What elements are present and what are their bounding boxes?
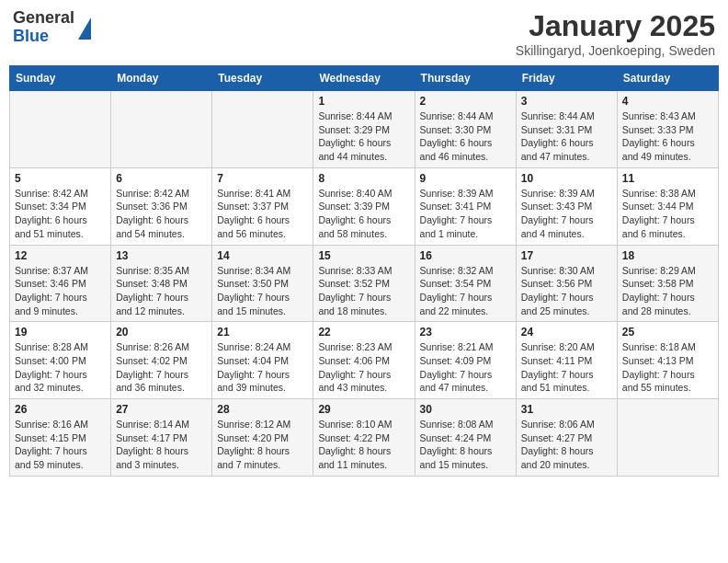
day-info: Sunrise: 8:26 AM Sunset: 4:02 PM Dayligh…: [116, 340, 207, 395]
day-number: 5: [15, 172, 106, 185]
day-number: 4: [622, 95, 713, 108]
calendar-cell: [212, 91, 313, 168]
calendar-cell: 4Sunrise: 8:43 AM Sunset: 3:33 PM Daylig…: [617, 91, 718, 168]
calendar-cell: [10, 91, 111, 168]
day-info: Sunrise: 8:24 AM Sunset: 4:04 PM Dayligh…: [217, 340, 308, 395]
weekday-header-thursday: Thursday: [415, 66, 516, 91]
calendar-week-2: 5Sunrise: 8:42 AM Sunset: 3:34 PM Daylig…: [10, 167, 719, 245]
weekday-header-sunday: Sunday: [10, 66, 111, 91]
calendar-cell: 25Sunrise: 8:18 AM Sunset: 4:13 PM Dayli…: [617, 322, 718, 399]
day-info: Sunrise: 8:42 AM Sunset: 3:34 PM Dayligh…: [15, 187, 106, 241]
day-number: 14: [217, 249, 308, 262]
calendar-cell: 16Sunrise: 8:32 AM Sunset: 3:54 PM Dayli…: [415, 245, 516, 322]
day-info: Sunrise: 8:37 AM Sunset: 3:46 PM Dayligh…: [15, 264, 106, 318]
day-number: 21: [217, 326, 308, 339]
calendar-table: SundayMondayTuesdayWednesdayThursdayFrid…: [9, 65, 719, 477]
calendar-cell: 23Sunrise: 8:21 AM Sunset: 4:09 PM Dayli…: [415, 322, 516, 399]
day-info: Sunrise: 8:14 AM Sunset: 4:17 PM Dayligh…: [116, 418, 207, 472]
day-number: 13: [116, 249, 207, 262]
calendar-cell: 29Sunrise: 8:10 AM Sunset: 4:22 PM Dayli…: [313, 399, 415, 477]
day-number: 2: [420, 95, 511, 108]
calendar-cell: 22Sunrise: 8:23 AM Sunset: 4:06 PM Dayli…: [313, 322, 415, 399]
day-info: Sunrise: 8:32 AM Sunset: 3:54 PM Dayligh…: [420, 264, 511, 318]
day-number: 31: [521, 403, 612, 416]
calendar-cell: 7Sunrise: 8:41 AM Sunset: 3:37 PM Daylig…: [212, 167, 313, 245]
day-info: Sunrise: 8:10 AM Sunset: 4:22 PM Dayligh…: [318, 418, 409, 472]
day-number: 15: [318, 249, 409, 262]
logo: General Blue: [13, 9, 91, 46]
calendar-cell: 30Sunrise: 8:08 AM Sunset: 4:24 PM Dayli…: [415, 399, 516, 477]
calendar-cell: 12Sunrise: 8:37 AM Sunset: 3:46 PM Dayli…: [10, 245, 111, 322]
calendar-week-5: 26Sunrise: 8:16 AM Sunset: 4:15 PM Dayli…: [10, 399, 719, 477]
calendar-cell: 8Sunrise: 8:40 AM Sunset: 3:39 PM Daylig…: [313, 167, 415, 245]
day-info: Sunrise: 8:42 AM Sunset: 3:36 PM Dayligh…: [116, 187, 207, 241]
day-info: Sunrise: 8:35 AM Sunset: 3:48 PM Dayligh…: [116, 264, 207, 318]
day-number: 1: [318, 95, 409, 108]
day-info: Sunrise: 8:30 AM Sunset: 3:56 PM Dayligh…: [521, 264, 612, 318]
day-number: 6: [116, 172, 207, 185]
day-info: Sunrise: 8:28 AM Sunset: 4:00 PM Dayligh…: [15, 340, 106, 395]
calendar-cell: 24Sunrise: 8:20 AM Sunset: 4:11 PM Dayli…: [516, 322, 617, 399]
day-info: Sunrise: 8:40 AM Sunset: 3:39 PM Dayligh…: [318, 187, 409, 241]
weekday-header-friday: Friday: [516, 66, 617, 91]
day-number: 9: [420, 172, 511, 185]
day-info: Sunrise: 8:16 AM Sunset: 4:15 PM Dayligh…: [15, 418, 106, 472]
day-number: 3: [521, 95, 612, 108]
day-info: Sunrise: 8:41 AM Sunset: 3:37 PM Dayligh…: [217, 187, 308, 241]
day-number: 20: [116, 326, 207, 339]
day-info: Sunrise: 8:39 AM Sunset: 3:41 PM Dayligh…: [420, 187, 511, 241]
day-number: 29: [318, 403, 409, 416]
calendar-week-1: 1Sunrise: 8:44 AM Sunset: 3:29 PM Daylig…: [10, 91, 719, 168]
day-number: 11: [622, 172, 713, 185]
calendar-week-3: 12Sunrise: 8:37 AM Sunset: 3:46 PM Dayli…: [10, 245, 719, 322]
day-number: 24: [521, 326, 612, 339]
calendar-cell: 2Sunrise: 8:44 AM Sunset: 3:30 PM Daylig…: [415, 91, 516, 168]
day-info: Sunrise: 8:44 AM Sunset: 3:30 PM Dayligh…: [420, 109, 511, 164]
calendar-cell: [111, 91, 212, 168]
day-number: 18: [622, 249, 713, 262]
day-info: Sunrise: 8:08 AM Sunset: 4:24 PM Dayligh…: [420, 418, 511, 472]
day-info: Sunrise: 8:23 AM Sunset: 4:06 PM Dayligh…: [318, 340, 409, 395]
calendar-cell: 3Sunrise: 8:44 AM Sunset: 3:31 PM Daylig…: [516, 91, 617, 168]
logo-blue: Blue: [13, 28, 74, 46]
calendar-cell: 15Sunrise: 8:33 AM Sunset: 3:52 PM Dayli…: [313, 245, 415, 322]
day-number: 17: [521, 249, 612, 262]
day-info: Sunrise: 8:18 AM Sunset: 4:13 PM Dayligh…: [622, 340, 713, 395]
calendar-cell: 31Sunrise: 8:06 AM Sunset: 4:27 PM Dayli…: [516, 399, 617, 477]
day-number: 27: [116, 403, 207, 416]
calendar-cell: 26Sunrise: 8:16 AM Sunset: 4:15 PM Dayli…: [10, 399, 111, 477]
day-number: 8: [318, 172, 409, 185]
calendar-cell: 28Sunrise: 8:12 AM Sunset: 4:20 PM Dayli…: [212, 399, 313, 477]
logo-text: General Blue: [13, 9, 74, 46]
day-info: Sunrise: 8:21 AM Sunset: 4:09 PM Dayligh…: [420, 340, 511, 395]
day-info: Sunrise: 8:44 AM Sunset: 3:31 PM Dayligh…: [521, 109, 612, 164]
day-info: Sunrise: 8:43 AM Sunset: 3:33 PM Dayligh…: [622, 109, 713, 164]
day-number: 10: [521, 172, 612, 185]
calendar-cell: 21Sunrise: 8:24 AM Sunset: 4:04 PM Dayli…: [212, 322, 313, 399]
calendar-cell: 13Sunrise: 8:35 AM Sunset: 3:48 PM Dayli…: [111, 245, 212, 322]
calendar-cell: 18Sunrise: 8:29 AM Sunset: 3:58 PM Dayli…: [617, 245, 718, 322]
calendar-cell: 19Sunrise: 8:28 AM Sunset: 4:00 PM Dayli…: [10, 322, 111, 399]
day-number: 19: [15, 326, 106, 339]
day-info: Sunrise: 8:39 AM Sunset: 3:43 PM Dayligh…: [521, 187, 612, 241]
calendar-cell: 10Sunrise: 8:39 AM Sunset: 3:43 PM Dayli…: [516, 167, 617, 245]
day-number: 30: [420, 403, 511, 416]
calendar-cell: 14Sunrise: 8:34 AM Sunset: 3:50 PM Dayli…: [212, 245, 313, 322]
day-info: Sunrise: 8:38 AM Sunset: 3:44 PM Dayligh…: [622, 187, 713, 241]
location: Skillingaryd, Joenkoeping, Sweden: [516, 43, 715, 58]
calendar-cell: [617, 399, 718, 477]
calendar-week-4: 19Sunrise: 8:28 AM Sunset: 4:00 PM Dayli…: [10, 322, 719, 399]
day-number: 12: [15, 249, 106, 262]
day-number: 16: [420, 249, 511, 262]
logo-triangle-icon: [78, 17, 91, 40]
weekday-header-saturday: Saturday: [617, 66, 718, 91]
day-info: Sunrise: 8:44 AM Sunset: 3:29 PM Dayligh…: [318, 109, 409, 164]
day-info: Sunrise: 8:20 AM Sunset: 4:11 PM Dayligh…: [521, 340, 612, 395]
day-info: Sunrise: 8:33 AM Sunset: 3:52 PM Dayligh…: [318, 264, 409, 318]
day-number: 22: [318, 326, 409, 339]
day-number: 23: [420, 326, 511, 339]
calendar-cell: 17Sunrise: 8:30 AM Sunset: 3:56 PM Dayli…: [516, 245, 617, 322]
day-number: 26: [15, 403, 106, 416]
calendar-cell: 6Sunrise: 8:42 AM Sunset: 3:36 PM Daylig…: [111, 167, 212, 245]
logo-general: General: [13, 9, 74, 28]
